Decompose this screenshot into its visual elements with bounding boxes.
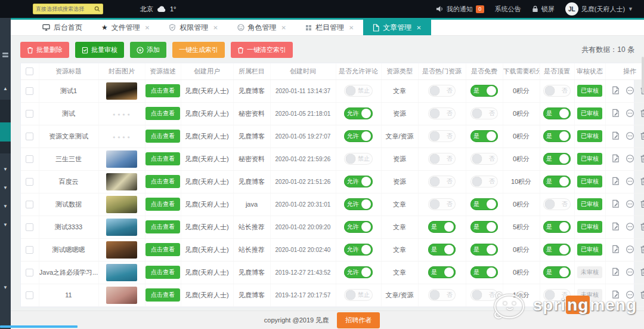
is-free-toggle[interactable]: 否 — [470, 107, 498, 119]
is-free-toggle[interactable]: 否 — [470, 289, 498, 301]
comment-icon[interactable] — [626, 222, 634, 231]
is-pinned-toggle[interactable]: 是 — [543, 153, 571, 165]
is-free-toggle[interactable]: 是 — [470, 244, 498, 256]
is-pinned-toggle[interactable]: 否 — [543, 85, 571, 97]
is-pinned-toggle[interactable]: 是 — [543, 107, 571, 119]
user-menu[interactable]: JL 见鹿(天府人士) ▼ — [565, 2, 633, 16]
delete-icon[interactable] — [640, 109, 644, 118]
close-icon[interactable]: ✕ — [416, 24, 421, 31]
edit-icon[interactable] — [611, 177, 620, 186]
edit-icon[interactable] — [611, 86, 620, 95]
cover-thumbnail[interactable] — [106, 173, 137, 190]
allow-comment-toggle[interactable]: 允许 — [344, 198, 373, 210]
row-checkbox[interactable] — [26, 223, 33, 231]
comment-icon[interactable] — [626, 86, 634, 95]
cover-thumbnail[interactable] — [106, 196, 137, 213]
delete-icon[interactable] — [640, 222, 644, 231]
is-pinned-toggle[interactable]: 是 — [543, 221, 571, 233]
recruit-author-button[interactable]: 招聘作者 — [337, 312, 380, 328]
allow-comment-toggle[interactable]: 允许 — [344, 176, 373, 187]
edit-icon[interactable] — [611, 199, 620, 208]
batch-delete-button[interactable]: 批量删除 — [20, 42, 69, 58]
row-checkbox[interactable] — [26, 246, 33, 254]
allow-comment-toggle[interactable]: 禁止 — [344, 153, 373, 165]
is-pinned-toggle[interactable]: 是 — [543, 176, 571, 187]
close-icon[interactable]: ✕ — [349, 24, 354, 31]
view-description-button[interactable]: 点击查看 — [145, 130, 180, 143]
view-description-button[interactable]: 点击查看 — [145, 84, 180, 97]
generate-index-button[interactable]: 一键生成索引 — [172, 42, 225, 58]
comment-icon[interactable] — [626, 245, 634, 254]
row-checkbox[interactable] — [26, 269, 33, 276]
hot-resource-toggle[interactable]: 否 — [428, 176, 456, 187]
view-description-button[interactable]: 点击查看 — [145, 152, 180, 165]
allow-comment-toggle[interactable]: 禁止 — [344, 289, 373, 301]
allow-comment-toggle[interactable]: 允许 — [344, 107, 373, 119]
cover-thumbnail[interactable] — [106, 219, 137, 236]
cover-thumbnail[interactable] — [106, 264, 137, 281]
row-checkbox[interactable] — [26, 110, 33, 118]
edit-icon[interactable] — [611, 245, 620, 254]
clear-index-button[interactable]: 一键清空索引 — [231, 42, 293, 58]
row-checkbox[interactable] — [26, 201, 33, 208]
cover-thumbnail[interactable] — [106, 241, 137, 259]
tab-5[interactable]: 栏目管理✕ — [296, 20, 363, 35]
view-description-button[interactable]: 点击查看 — [145, 266, 180, 279]
cover-thumbnail[interactable] — [106, 287, 137, 304]
delete-icon[interactable] — [640, 131, 644, 140]
search-input[interactable] — [36, 6, 94, 12]
is-free-toggle[interactable]: 否 — [470, 176, 498, 187]
hot-resource-toggle[interactable]: 是 — [428, 266, 456, 278]
tab-6[interactable]: 文章管理✕ — [363, 20, 431, 35]
close-icon[interactable]: ✕ — [145, 24, 150, 31]
delete-icon[interactable] — [640, 154, 644, 163]
view-description-button[interactable]: 点击查看 — [145, 175, 180, 188]
delete-icon[interactable] — [640, 267, 644, 276]
avatar[interactable]: JL — [565, 2, 578, 16]
is-free-toggle[interactable]: 是 — [470, 130, 498, 142]
is-free-toggle[interactable]: 是 — [470, 85, 498, 97]
edit-icon[interactable] — [611, 267, 620, 276]
comment-icon[interactable] — [626, 199, 634, 208]
hot-resource-toggle[interactable]: 否 — [428, 130, 456, 142]
my-notifications-item[interactable]: 我的通知 0 — [436, 5, 484, 14]
hot-resource-toggle[interactable]: 是 — [428, 244, 456, 256]
delete-icon[interactable] — [640, 177, 644, 186]
is-free-toggle[interactable]: 是 — [470, 198, 498, 210]
tab-3[interactable]: 权限管理✕ — [159, 20, 227, 35]
sidebar-expand-icon[interactable]: ▼ — [0, 204, 11, 209]
row-checkbox[interactable] — [26, 87, 33, 95]
edit-icon[interactable] — [611, 109, 620, 118]
is-free-toggle[interactable]: 否 — [470, 153, 498, 165]
scrollbar[interactable] — [642, 57, 644, 93]
collapsed-sidebar[interactable]: ▲ ▼ ▼ ▼ ▼ ▼ — [0, 18, 11, 329]
comment-icon[interactable] — [626, 109, 634, 118]
delete-icon[interactable] — [640, 290, 644, 299]
view-description-button[interactable]: 点击查看 — [145, 243, 180, 256]
lock-screen-item[interactable]: 锁屏 — [532, 5, 555, 14]
tab-4[interactable]: 角色管理✕ — [228, 20, 296, 35]
select-all-checkbox[interactable] — [26, 67, 33, 75]
view-description-button[interactable]: 点击查看 — [145, 288, 180, 302]
hot-resource-toggle[interactable]: 是 — [428, 221, 456, 233]
is-free-toggle[interactable]: 是 — [470, 221, 498, 233]
sidebar-active-section[interactable] — [0, 122, 11, 142]
sidebar-collapse-up-icon[interactable]: ▲ — [0, 86, 11, 91]
sidebar-section[interactable] — [0, 142, 11, 153]
allow-comment-toggle[interactable]: 允许 — [344, 130, 373, 142]
sidebar-expand-icon[interactable]: ▼ — [0, 167, 11, 172]
view-description-button[interactable]: 点击查看 — [145, 107, 180, 120]
hot-resource-toggle[interactable]: 否 — [428, 153, 456, 165]
tab-2[interactable]: ★文件管理✕ — [92, 20, 159, 35]
edit-icon[interactable] — [611, 154, 620, 163]
comment-icon[interactable] — [626, 290, 634, 299]
is-pinned-toggle[interactable]: 否 — [543, 289, 571, 301]
comment-icon[interactable] — [626, 177, 634, 186]
system-announcement-item[interactable]: 系统公告 — [495, 5, 521, 14]
edit-icon[interactable] — [611, 290, 620, 299]
comment-icon[interactable] — [626, 267, 634, 276]
is-pinned-toggle[interactable]: 是 — [543, 266, 571, 278]
comment-icon[interactable] — [626, 154, 634, 163]
view-description-button[interactable]: 点击查看 — [145, 220, 180, 233]
sidebar-section[interactable] — [0, 100, 11, 122]
